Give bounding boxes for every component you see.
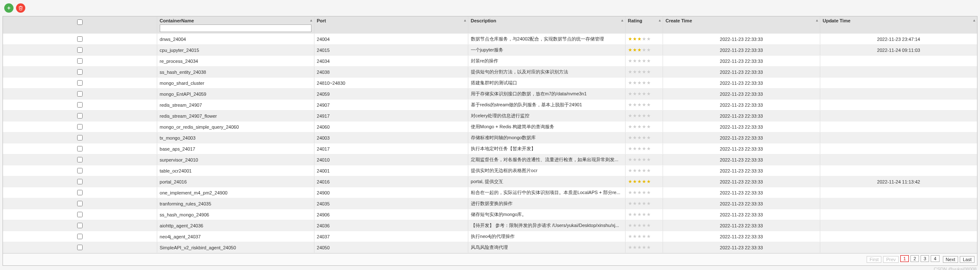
table-row[interactable]: cpu_jupyter_2401524015一个jupyter服务★★★★★20… (3, 45, 977, 56)
row-checkbox[interactable] (77, 47, 83, 53)
plus-icon (6, 5, 11, 11)
cell-description: 储存短句实体的mongo库。 (468, 209, 625, 220)
cell-rating: ★★★★★ (625, 89, 663, 100)
table-row[interactable]: neo4j_agent_2403724037执行neo4j的代理操作★★★★★2… (3, 231, 977, 242)
row-checkbox[interactable] (77, 179, 83, 184)
cell-update-time: 2022-11-24 11:13:42 (820, 176, 977, 187)
table-row[interactable]: redis_stream_24907_flower24917对celery处理的… (3, 111, 977, 122)
row-checkbox[interactable] (77, 168, 83, 173)
row-checkbox-cell (3, 165, 157, 176)
cell-create-time: 2022-11-23 22:33:33 (663, 111, 820, 122)
select-all-checkbox[interactable] (77, 19, 83, 25)
row-checkbox[interactable] (77, 223, 83, 228)
table-row[interactable]: ss_hash_entity_2403824038提供短句的分割方法，以及对应的… (3, 67, 977, 78)
table-row[interactable]: dnws_2400424004数据节点仓库服务，与24002配合，实现数据节点的… (3, 34, 977, 45)
delete-button[interactable] (16, 3, 25, 13)
row-checkbox-cell (3, 111, 157, 122)
cell-container-name: one_implement_m4_pm2_24900 (157, 187, 314, 198)
table-row[interactable]: table_ocr2400124001提供实时的无边框的表格图片ocr★★★★★… (3, 165, 977, 176)
row-checkbox[interactable] (77, 69, 83, 75)
cell-description: 执行neo4j的代理操作 (468, 231, 625, 242)
page-prev-button[interactable]: Prev (883, 256, 899, 263)
cell-port: 24035 (314, 198, 468, 209)
table-row[interactable]: base_aps_2401724017执行本地定时任务【暂未开发】★★★★★20… (3, 143, 977, 154)
page-first-button[interactable]: First (867, 256, 881, 263)
row-checkbox-cell (3, 100, 157, 111)
row-checkbox-cell (3, 176, 157, 187)
cell-rating: ★★★★★ (625, 176, 663, 187)
table-row[interactable]: mongo_EntAPI_2405924059用于存储实体识别接口的数据，放在m… (3, 89, 977, 100)
cell-description: 定期监督任务，对各服务的连通性、流量进行检查，如果出现异常则发... (468, 154, 625, 165)
page-number-button[interactable]: 3 (921, 255, 929, 262)
table-row[interactable]: one_implement_m4_pm2_2490024900粘合在一起的，实际… (3, 187, 977, 198)
cell-update-time (820, 209, 977, 220)
rating-stars: ★★★★★ (628, 212, 651, 217)
header-port[interactable]: Port ▴ (314, 16, 468, 34)
header-label: Create Time (666, 18, 692, 23)
header-container-name[interactable]: ContainerName ▴ (157, 16, 314, 34)
cell-rating: ★★★★★ (625, 78, 663, 89)
table-row[interactable]: mongo_shard_cluster24810~24830搭建集群时的测试端口… (3, 78, 977, 89)
row-checkbox[interactable] (77, 58, 83, 64)
page-number-button[interactable]: 1 (900, 255, 909, 262)
row-checkbox[interactable] (77, 157, 83, 162)
row-checkbox[interactable] (77, 234, 83, 239)
page-number-button[interactable]: 4 (931, 255, 939, 262)
table-row[interactable]: tranforming_rules_2403524035进行数据变换的操作★★★… (3, 198, 977, 209)
cell-container-name: ss_hash_entity_24038 (157, 67, 314, 78)
cell-rating: ★★★★★ (625, 242, 663, 253)
table-row[interactable]: mongo_or_redis_simple_query_2406024060使用… (3, 122, 977, 132)
header-create-time[interactable]: Create Time ▴ (663, 16, 820, 34)
cell-rating: ★★★★★ (625, 132, 663, 143)
add-button[interactable] (4, 3, 13, 13)
rating-stars: ★★★★★ (628, 124, 651, 129)
row-checkbox[interactable] (77, 102, 83, 108)
cell-port: 24059 (314, 89, 468, 100)
table-row[interactable]: tx_mongo_2400324003存储标准时间轴的mongo数据库★★★★★… (3, 132, 977, 143)
page-last-button[interactable]: Last (960, 256, 975, 263)
cell-create-time: 2022-11-23 22:33:33 (663, 220, 820, 231)
row-checkbox[interactable] (77, 245, 83, 250)
header-rating[interactable]: Rating ▴ (625, 16, 663, 34)
rating-stars: ★★★★★ (628, 234, 651, 239)
cell-port: 24010 (314, 154, 468, 165)
header-description[interactable]: Description ▴ (468, 16, 625, 34)
cell-update-time (820, 56, 977, 67)
row-checkbox[interactable] (77, 201, 83, 206)
row-checkbox[interactable] (77, 36, 83, 42)
table-row[interactable]: aiohttp_agent_2403624036【待开发】 参考：限制并发的异步… (3, 220, 977, 231)
row-checkbox[interactable] (77, 146, 83, 151)
table-row[interactable]: SimpleAPI_v2_riskbird_agent_2405024050风鸟… (3, 242, 977, 253)
row-checkbox[interactable] (77, 80, 83, 86)
sort-icon: ▴ (973, 18, 975, 22)
cell-description: 搭建集群时的测试端口 (468, 78, 625, 89)
cell-update-time (820, 89, 977, 100)
toolbar (0, 0, 980, 16)
table-row[interactable]: portal_2401624016portal, 提供交互★★★★★2022-1… (3, 176, 977, 187)
filter-name-input[interactable] (160, 24, 311, 32)
row-checkbox-cell (3, 132, 157, 143)
table-row[interactable]: redis_stream_2490724907基于redis的stream做的队… (3, 100, 977, 111)
page-number-button[interactable]: 2 (910, 255, 919, 262)
row-checkbox[interactable] (77, 124, 83, 130)
cell-create-time: 2022-11-23 22:33:33 (663, 143, 820, 154)
table-row[interactable]: surpervisor_2401024010定期监督任务，对各服务的连通性、流量… (3, 154, 977, 165)
row-checkbox[interactable] (77, 190, 83, 195)
row-checkbox[interactable] (77, 91, 83, 97)
table-row[interactable]: re_process_2403424034封装re的操作★★★★★2022-11… (3, 56, 977, 67)
header-update-time[interactable]: Update Time ▴ (820, 16, 977, 34)
rating-stars: ★★★★★ (628, 91, 651, 96)
cell-container-name: re_process_24034 (157, 56, 314, 67)
row-checkbox[interactable] (77, 135, 83, 140)
cell-create-time: 2022-11-23 22:33:33 (663, 187, 820, 198)
table-row[interactable]: ss_hash_mongo_2490624906储存短句实体的mongo库。★★… (3, 209, 977, 220)
trash-icon (18, 5, 23, 11)
cell-rating: ★★★★★ (625, 67, 663, 78)
cell-rating: ★★★★★ (625, 154, 663, 165)
page-next-button[interactable]: Next (943, 256, 959, 263)
cell-create-time: 2022-11-23 22:33:33 (663, 67, 820, 78)
row-checkbox[interactable] (77, 212, 83, 217)
row-checkbox[interactable] (77, 113, 83, 119)
rating-stars: ★★★★★ (628, 190, 651, 195)
cell-update-time (820, 242, 977, 253)
